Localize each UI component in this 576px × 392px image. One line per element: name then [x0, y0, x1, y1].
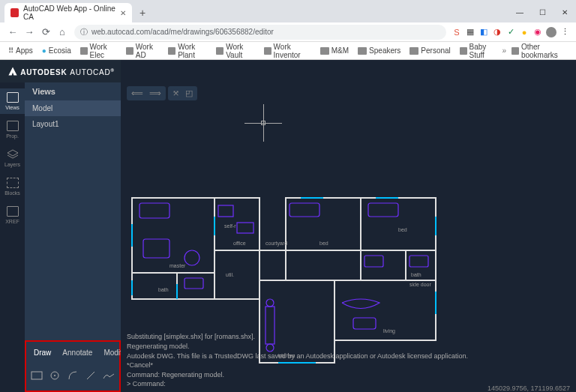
menu-button[interactable]: ⋮ — [558, 26, 572, 38]
layers-icon — [7, 149, 19, 160]
extension-icon[interactable]: ✓ — [504, 26, 518, 38]
extension-icon[interactable]: ▦ — [464, 26, 477, 38]
close-window-button[interactable]: ✕ — [554, 4, 576, 19]
svg-rect-0 — [32, 372, 42, 379]
svg-rect-11 — [177, 273, 214, 299]
svg-rect-30 — [410, 256, 428, 267]
svg-rect-28 — [290, 203, 320, 217]
arc-tool[interactable] — [65, 368, 80, 383]
drawing-canvas[interactable]: master office courtyard bed bed bath bat… — [121, 104, 576, 329]
bookmark-item[interactable]: ●Ecosia — [38, 46, 75, 55]
left-rail: Views Prop. Layers Blocks XREF — [0, 60, 25, 392]
address-bar: ← → ⟳ ⌂ ⓘ web.autocad.com/acad/me/drawin… — [0, 22, 576, 42]
label-bath1: bath — [158, 287, 169, 292]
forward-button[interactable]: → — [21, 26, 38, 37]
url-input[interactable]: ⓘ web.autocad.com/acad/me/drawings/60635… — [74, 25, 446, 40]
bookmark-item[interactable]: M&M — [316, 46, 352, 55]
circle-tool[interactable] — [47, 368, 62, 383]
svg-point-2 — [54, 375, 56, 376]
svg-rect-32 — [353, 318, 376, 329]
view-layout1[interactable]: Layout1 — [25, 116, 121, 132]
zoom-extents-button[interactable]: ⤧ — [172, 88, 179, 98]
bookmark-item[interactable]: Work Plant — [164, 43, 211, 59]
bookmark-item[interactable]: Personal — [406, 46, 454, 55]
svg-point-27 — [184, 250, 200, 265]
close-tab-icon[interactable]: ✕ — [120, 9, 126, 17]
label-bed2: bed — [398, 227, 407, 232]
back-button[interactable]: ← — [4, 26, 21, 37]
command-input[interactable]: Command: — [133, 380, 166, 388]
favicon — [10, 8, 19, 17]
zoom-window-button[interactable]: ◰ — [185, 88, 193, 98]
canvas-toolbar: ⟸ ⟹ ⤧ ◰ — [121, 82, 576, 104]
label-courtyard: courtyard — [266, 241, 287, 247]
browser-tab[interactable]: AutoCAD Web App - Online CA ✕ — [4, 3, 132, 22]
extension-icon[interactable]: ◧ — [477, 26, 490, 38]
svg-rect-14 — [260, 280, 334, 363]
apps-icon: ⠿ — [8, 46, 14, 55]
reload-button[interactable]: ⟳ — [38, 26, 54, 37]
properties-icon — [7, 121, 19, 131]
polyline-tool[interactable] — [101, 368, 116, 383]
label-living: living — [383, 328, 395, 334]
line-tool[interactable] — [83, 368, 98, 383]
blocks-icon — [7, 178, 19, 188]
minimize-button[interactable]: — — [508, 4, 531, 19]
label-sidedoor: side door — [410, 282, 431, 287]
rail-views[interactable]: Views — [0, 88, 25, 114]
status-coordinates: 145029.9756, 171199.6527 — [488, 385, 570, 392]
bookmark-item[interactable]: Work Vault — [212, 43, 258, 59]
label-util: util. — [226, 272, 234, 277]
redo-button[interactable]: ⟹ — [149, 88, 161, 98]
rail-xref[interactable]: XREF — [0, 202, 25, 228]
tab-title: AutoCAD Web App - Online CA — [23, 4, 120, 21]
rail-properties[interactable]: Prop. — [0, 117, 25, 142]
bookmarks-bar: ⠿Apps ●Ecosia Work Elec Work AD Work Pla… — [0, 42, 576, 60]
views-header: Views — [25, 82, 121, 100]
profile-avatar[interactable] — [544, 26, 558, 38]
maximize-button[interactable]: ☐ — [531, 4, 554, 19]
home-button[interactable]: ⌂ — [54, 26, 70, 37]
svg-rect-12 — [214, 250, 260, 299]
ecosia-icon: ● — [42, 46, 46, 55]
svg-rect-31 — [364, 256, 383, 267]
canvas-area: ⟸ ⟹ ⤧ ◰ — [121, 60, 576, 392]
new-tab-button[interactable]: + — [135, 5, 150, 20]
brand-logo: AUTODESK AUTOCAD® — [8, 66, 115, 76]
extension-icon[interactable]: ◑ — [490, 26, 504, 38]
bookmark-item[interactable]: Work Inventor — [260, 43, 315, 59]
svg-rect-10 — [132, 273, 177, 299]
tab-annotate[interactable]: Annotate — [58, 346, 97, 359]
bookmark-item[interactable]: Baby Stuff — [456, 43, 501, 59]
browser-tabstrip: AutoCAD Web App - Online CA ✕ + — ☐ ✕ — [0, 0, 576, 22]
svg-line-3 — [87, 372, 94, 379]
other-bookmarks[interactable]: Other bookmarks — [508, 43, 572, 59]
side-panel: Views Model Layout1 Draw Annotate Modify — [25, 60, 121, 392]
tool-tabs: Draw Annotate Modify — [25, 340, 121, 364]
window-controls: — ☐ ✕ — [508, 4, 576, 19]
svg-rect-26 — [143, 239, 170, 258]
extension-icon[interactable]: ◉ — [531, 26, 544, 38]
label-kitchen: kitchen — [278, 353, 295, 358]
label-self: self-r — [224, 223, 236, 229]
svg-rect-38 — [237, 223, 254, 233]
floor-plan: master office courtyard bed bed bath bat… — [128, 194, 473, 367]
view-model[interactable]: Model — [25, 100, 121, 116]
rail-layers[interactable]: Layers — [0, 145, 25, 171]
bookmark-item[interactable]: ⠿Apps — [4, 46, 37, 55]
undo-button[interactable]: ⟸ — [131, 88, 143, 98]
bookmark-item[interactable]: Speakers — [354, 46, 404, 55]
svg-rect-29 — [368, 203, 398, 217]
rectangle-tool[interactable] — [29, 368, 44, 383]
svg-point-34 — [266, 299, 274, 307]
svg-rect-13 — [260, 250, 286, 280]
extension-icon[interactable]: S — [450, 26, 464, 38]
rail-blocks[interactable]: Blocks — [0, 174, 25, 199]
svg-rect-36 — [184, 278, 203, 289]
extension-icon[interactable]: ● — [518, 26, 531, 38]
draw-tools — [25, 364, 121, 392]
bookmark-item[interactable]: Work Elec — [76, 43, 121, 59]
label-bath2: bath — [411, 272, 422, 277]
tab-draw[interactable]: Draw — [29, 346, 56, 359]
bookmark-item[interactable]: Work AD — [122, 43, 163, 59]
